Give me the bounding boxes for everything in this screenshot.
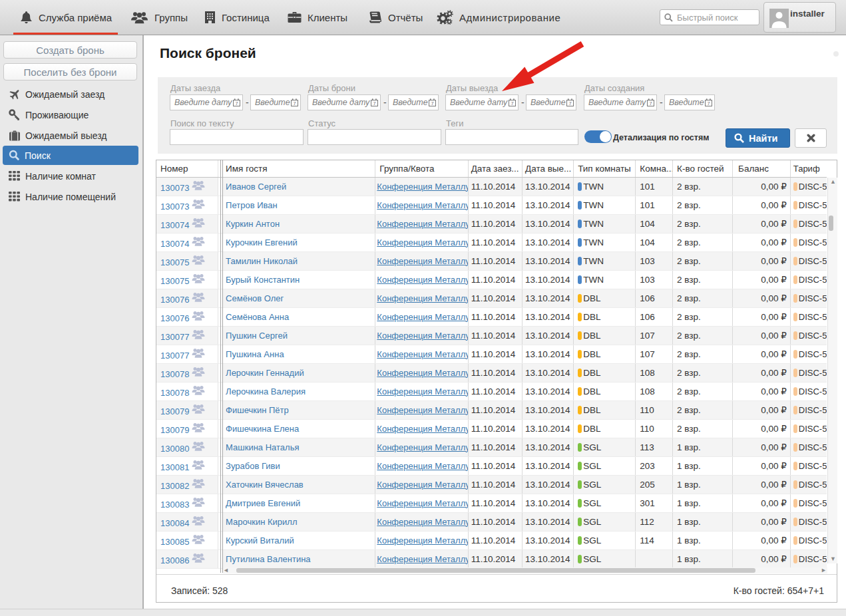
svg-text:7: 7 [431, 100, 433, 106]
svg-text:7: 7 [235, 100, 238, 106]
svg-text:7: 7 [649, 100, 652, 106]
svg-text:7: 7 [511, 100, 513, 106]
svg-text:7: 7 [373, 100, 375, 106]
svg-text:7: 7 [293, 100, 296, 106]
svg-text:7: 7 [568, 100, 571, 106]
svg-text:7: 7 [707, 100, 710, 106]
